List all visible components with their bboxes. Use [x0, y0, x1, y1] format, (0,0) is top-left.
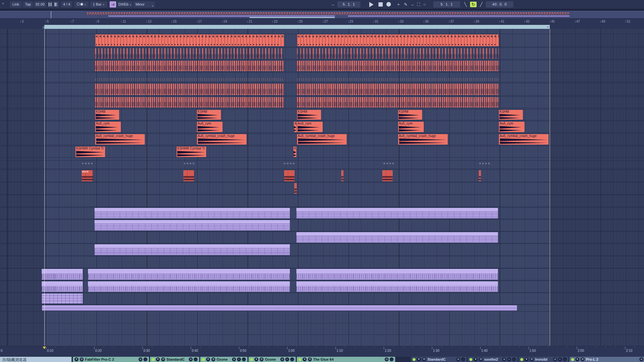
slash-icon[interactable]: ⊘	[385, 357, 389, 361]
track-row[interactable]	[0, 219, 644, 231]
metronome-button[interactable]: ▾	[74, 1, 89, 8]
device-chip[interactable]: ▼⚙Invisibl⊘▪…	[519, 357, 569, 362]
clip[interactable]	[297, 78, 499, 81]
device-settings-icon[interactable]: ⚙	[308, 357, 312, 361]
clip[interactable]	[284, 163, 296, 164]
track-row[interactable]	[0, 207, 644, 219]
track-row[interactable]: KSHMR Cymbal TrKSHMR Cymbal TrK	[0, 146, 644, 158]
device-settings-icon[interactable]: ⚙	[581, 357, 585, 361]
play-button[interactable]	[369, 2, 374, 7]
device-on-led[interactable]	[520, 358, 523, 361]
unfold-device-icon[interactable]: ▼	[575, 357, 579, 361]
time-ruler[interactable]: 00:100:200:300:400:501:001:101:201:301:4…	[0, 346, 644, 357]
disk-icon[interactable]: ▪	[285, 357, 289, 361]
unfold-device-icon[interactable]: ▼	[525, 357, 528, 361]
follow-frame-icon[interactable]: ⛶	[416, 2, 421, 7]
clip[interactable]	[297, 97, 499, 108]
clip[interactable]: KSHMR Cymbal Tr	[75, 147, 105, 157]
clip[interactable]	[297, 84, 499, 95]
arrangement-clip-area[interactable]: KKKKKKKKKKKKKKKKKKKKKKKKKKKKKKKKKKKKKKKK…	[0, 29, 644, 346]
slash-icon[interactable]: ⊘	[502, 357, 506, 361]
clip[interactable]	[382, 170, 393, 181]
device-chip[interactable]: ▼⚙StandardC⊘…	[150, 357, 199, 362]
dots-icon[interactable]: …	[461, 357, 465, 361]
clip[interactable]	[183, 170, 194, 181]
device-on-led[interactable]	[250, 358, 253, 361]
track-row[interactable]	[0, 244, 644, 256]
loop-start-field[interactable]: 5. 1. 1	[433, 1, 460, 8]
track-row[interactable]: Au5_cymAu5_cymAAu5_cymAu5_cymAu5_cym	[0, 121, 644, 133]
clip[interactable]	[95, 220, 290, 231]
clip[interactable]	[297, 61, 499, 71]
clip[interactable]	[95, 208, 290, 218]
unfold-device-icon[interactable]: ▼	[474, 357, 478, 361]
clip[interactable]	[284, 170, 294, 181]
insert-marker-icon[interactable]	[43, 347, 46, 349]
device-settings-icon[interactable]: ⚙	[80, 357, 84, 361]
clip[interactable]	[297, 48, 499, 59]
clip[interactable]: KSHM	[297, 110, 321, 120]
scale-root-menu[interactable]: D#/Eb▾	[117, 1, 132, 8]
track-row[interactable]: Au5_cymbal_crash_hugeAu5_cymbal_crash_hu…	[0, 133, 644, 145]
dots-icon[interactable]: …	[563, 357, 567, 361]
loop-end-handle[interactable]: ≺	[547, 25, 549, 29]
clip[interactable]: Au5_cym	[297, 122, 323, 132]
clip[interactable]	[296, 269, 498, 280]
clip[interactable]	[296, 281, 498, 292]
track-row[interactable]	[0, 160, 644, 169]
track-row[interactable]	[0, 48, 644, 59]
clip[interactable]: KSHM	[95, 110, 119, 120]
clip[interactable]: Au5_cym	[197, 122, 223, 132]
follow-button[interactable]: →	[329, 2, 336, 7]
track-row[interactable]	[0, 96, 644, 108]
track-row[interactable]	[0, 281, 644, 292]
clip[interactable]	[95, 48, 284, 59]
device-settings-icon[interactable]: ⚙	[260, 357, 264, 361]
clip[interactable]	[95, 244, 290, 255]
device-on-led[interactable]	[298, 358, 301, 361]
device-settings-icon[interactable]: ⚙	[422, 357, 426, 361]
loop-region-bar[interactable]: ≺	[44, 25, 550, 29]
record-button[interactable]	[386, 2, 391, 7]
dots-icon[interactable]: …	[143, 357, 147, 361]
browser-toggle-status[interactable]: 示/隐藏浏览器	[0, 357, 72, 362]
clip[interactable]: Au5_cymbal_crash_huge	[398, 134, 448, 145]
clip[interactable]	[95, 61, 284, 71]
punch-in-icon[interactable]: ╲	[462, 2, 468, 7]
clip[interactable]	[479, 163, 491, 164]
track-row[interactable]	[0, 60, 644, 72]
overdub-icon[interactable]: ○	[422, 2, 427, 7]
device-chip[interactable]: ▼⚙Ozone⊘▪…	[248, 357, 296, 362]
clip[interactable]	[95, 84, 284, 95]
start-marker-icon[interactable]: ▷	[43, 26, 45, 29]
track-row[interactable]: KS K	[0, 170, 644, 182]
clip[interactable]: Au5_cym	[95, 122, 121, 132]
slash-icon[interactable]: ⊘	[639, 357, 643, 361]
unfold-device-icon[interactable]: ▼	[206, 357, 210, 361]
track-row[interactable]	[0, 72, 644, 82]
track-row[interactable]	[0, 83, 644, 96]
clip[interactable]	[184, 163, 196, 164]
clip[interactable]: KKKKKKKKKKKKKKKKKKKKKKKKKKKKKKKKKKKKKKKK…	[95, 34, 284, 46]
scale-name-menu[interactable]: Minor▾	[133, 1, 155, 8]
tempo-field[interactable]: 92.00	[34, 1, 46, 8]
clip[interactable]: A	[294, 122, 297, 132]
device-on-led[interactable]	[152, 358, 155, 361]
clip[interactable]: KSHM	[197, 110, 221, 120]
clip[interactable]	[42, 269, 83, 280]
stop-button[interactable]	[378, 2, 383, 7]
device-chip[interactable]: ▼⚙The Glue 64⊘…	[297, 357, 395, 362]
clip[interactable]	[42, 293, 83, 304]
device-on-led[interactable]	[469, 358, 472, 361]
slash-icon[interactable]: ⊘	[280, 357, 284, 361]
clip[interactable]	[294, 183, 297, 194]
clip[interactable]	[42, 305, 517, 311]
plus-icon[interactable]: +	[396, 2, 401, 7]
clip[interactable]: KSHM	[499, 110, 523, 120]
disk-icon[interactable]: ▪	[558, 357, 562, 361]
slash-icon[interactable]: ⊘	[553, 357, 557, 361]
dots-icon[interactable]: …	[512, 357, 516, 361]
track-row[interactable]	[0, 293, 644, 304]
disk-icon[interactable]: ▪	[507, 357, 511, 361]
device-on-led[interactable]	[202, 358, 205, 361]
